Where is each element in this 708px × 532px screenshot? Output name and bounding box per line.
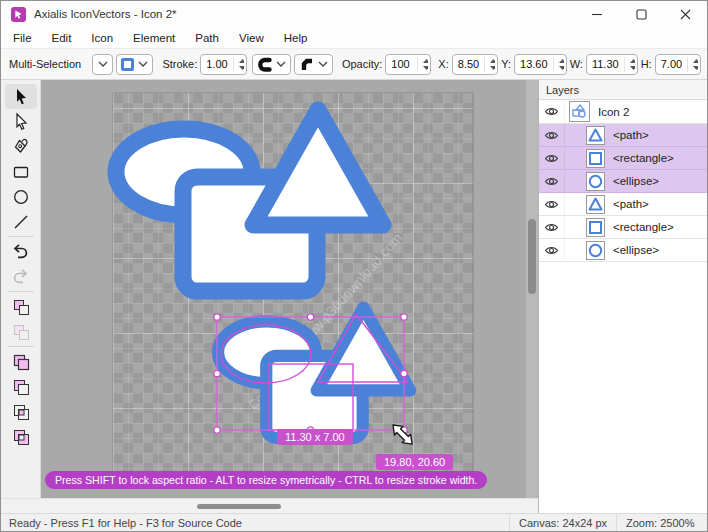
pen-tool-button[interactable] <box>5 134 37 159</box>
h-value: 7.00 <box>656 58 687 70</box>
y-spinner[interactable] <box>553 57 566 72</box>
visibility-toggle[interactable] <box>539 193 565 215</box>
layer-label: Icon 2 <box>598 106 629 118</box>
menu-file[interactable]: File <box>3 27 42 48</box>
horizontal-scrollbar-thumb[interactable] <box>197 504 281 509</box>
eye-icon <box>544 176 559 187</box>
tools-sidebar <box>1 80 41 498</box>
stroke-field[interactable]: 1.00 <box>200 54 246 75</box>
divider <box>8 291 34 292</box>
w-spinner[interactable] <box>624 57 637 72</box>
app-logo-icon <box>11 7 26 22</box>
layer-label: <rectangle> <box>613 221 674 233</box>
layer-label: <path> <box>613 198 649 210</box>
visibility-toggle[interactable] <box>539 239 565 261</box>
h-field[interactable]: 7.00 <box>655 54 701 75</box>
layer-label: <rectangle> <box>613 152 674 164</box>
menu-edit[interactable]: Edit <box>42 27 82 48</box>
pathfinder-union-button[interactable] <box>5 349 37 374</box>
y-value: 13.60 <box>515 58 553 70</box>
layer-row[interactable]: <ellipse> <box>539 170 708 193</box>
selection-style-dropdown[interactable] <box>92 54 113 75</box>
stroke-join-icon <box>299 57 314 72</box>
vertical-scrollbar[interactable] <box>526 80 538 498</box>
direct-select-tool-button[interactable] <box>5 109 37 134</box>
chevron-down-icon <box>98 61 108 67</box>
pathfinder-intersect-button[interactable] <box>5 399 37 424</box>
y-field[interactable]: 13.60 <box>514 54 567 75</box>
layer-row[interactable]: <path> <box>539 193 708 216</box>
x-label: X: <box>438 58 448 70</box>
ellipse-icon <box>11 187 31 207</box>
select-cursor-icon <box>11 87 31 107</box>
visibility-toggle[interactable] <box>539 100 565 123</box>
opacity-label: Opacity: <box>342 58 382 70</box>
eye-icon <box>544 106 559 117</box>
x-spinner[interactable] <box>484 57 497 72</box>
x-value: 8.50 <box>453 58 484 70</box>
visibility-toggle[interactable] <box>539 124 565 146</box>
position-badge: 19.80, 20.60 <box>376 454 453 470</box>
status-bar: Ready - Press F1 for Help - F3 for Sourc… <box>1 513 707 532</box>
layer-row-root[interactable]: Icon 2 <box>539 100 708 124</box>
line-icon <box>11 212 31 232</box>
divider <box>8 346 34 347</box>
visibility-toggle[interactable] <box>539 170 565 192</box>
ellipse-tool-button[interactable] <box>5 184 37 209</box>
horizontal-scrollbar[interactable] <box>1 498 538 513</box>
pathfinder-exclude-button[interactable] <box>5 424 37 449</box>
app-window: Axialis IconVectors - Icon 2* File Edit … <box>0 0 708 532</box>
eye-icon <box>544 130 559 141</box>
x-field[interactable]: 8.50 <box>452 54 498 75</box>
rectangle-shape-icon <box>587 150 604 167</box>
layers-panel-header: Layers <box>539 80 708 100</box>
canvas-viewport[interactable]: www.p30download.com Copyright © <box>41 80 538 498</box>
rectangle-tool-button[interactable] <box>5 159 37 184</box>
opacity-spinner[interactable] <box>417 57 430 72</box>
close-button[interactable] <box>663 1 707 27</box>
layer-thumbnail <box>586 218 605 237</box>
status-zoom-level: Zoom: 2500% <box>626 517 694 529</box>
stroke-cap-dropdown[interactable] <box>252 54 291 75</box>
layer-row[interactable]: <rectangle> <box>539 147 708 170</box>
menu-view[interactable]: View <box>229 27 274 48</box>
status-canvas-size: Canvas: 24x24 px <box>519 517 607 529</box>
duplicate-disabled-button[interactable] <box>5 319 37 344</box>
stroke-spinner[interactable] <box>233 57 246 72</box>
pathfinder-subtract-button[interactable] <box>5 374 37 399</box>
pathfinder-union-icon <box>11 352 31 372</box>
duplicate-button[interactable] <box>5 294 37 319</box>
ellipse-shape-icon <box>587 242 604 259</box>
rectangle-icon <box>11 162 31 182</box>
maximize-button[interactable] <box>619 1 663 27</box>
vertical-scrollbar-thumb[interactable] <box>528 219 536 294</box>
menu-help[interactable]: Help <box>274 27 318 48</box>
color-dropdown[interactable] <box>116 54 153 75</box>
minimize-button[interactable] <box>575 1 619 27</box>
visibility-toggle[interactable] <box>539 147 565 169</box>
menu-element[interactable]: Element <box>123 27 185 48</box>
triangle-shape-icon <box>587 196 604 213</box>
w-label: W: <box>570 58 583 70</box>
visibility-toggle[interactable] <box>539 216 565 238</box>
redo-button[interactable] <box>5 264 37 289</box>
layer-row[interactable]: <rectangle> <box>539 216 708 239</box>
rectangle-shape-icon <box>587 219 604 236</box>
layer-row[interactable]: <path> <box>539 124 708 147</box>
w-field[interactable]: 11.30 <box>586 54 638 75</box>
opacity-field[interactable]: 100 <box>385 54 431 75</box>
menu-path[interactable]: Path <box>185 27 229 48</box>
layer-row[interactable]: <ellipse> <box>539 239 708 262</box>
undo-button[interactable] <box>5 239 37 264</box>
layers-panel: Layers Icon 2 <path> <box>538 80 708 513</box>
select-tool-button[interactable] <box>5 84 37 109</box>
stroke-join-dropdown[interactable] <box>294 54 333 75</box>
layer-label: <ellipse> <box>613 244 659 256</box>
chevron-down-icon <box>276 61 286 67</box>
line-tool-button[interactable] <box>5 209 37 234</box>
title-bar: Axialis IconVectors - Icon 2* <box>1 1 707 27</box>
menu-icon[interactable]: Icon <box>81 27 123 48</box>
undo-icon <box>11 243 30 260</box>
h-spinner[interactable] <box>687 57 700 72</box>
selection-mode-label: Multi-Selection <box>9 58 81 70</box>
